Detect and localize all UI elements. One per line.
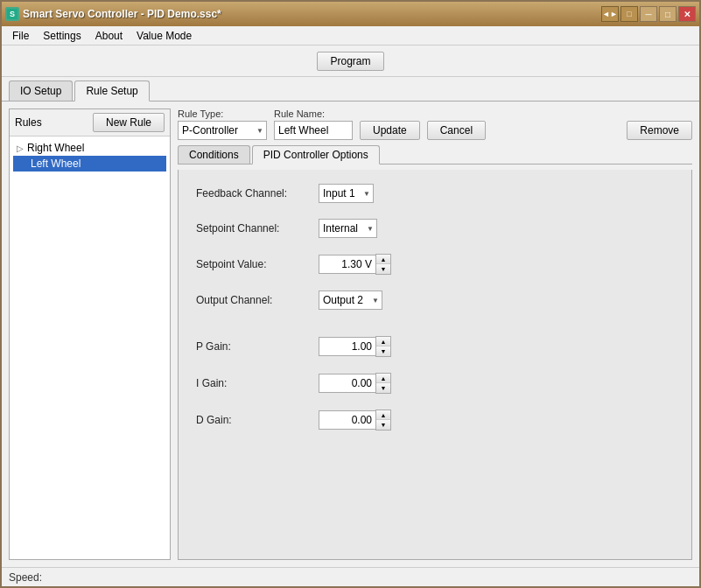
p-gain-spin-up[interactable]: ▲ xyxy=(376,337,390,346)
feedback-channel-row: Feedback Channel: Input 1 Input 2 Input … xyxy=(196,184,674,203)
rule-type-label: Rule Type: xyxy=(178,108,267,119)
setpoint-channel-select[interactable]: Internal Input 1 Input 2 xyxy=(319,219,377,238)
window-controls: ◄► □ ─ □ ✕ xyxy=(601,6,696,22)
svg-text:S: S xyxy=(10,10,15,18)
cancel-button[interactable]: Cancel xyxy=(427,121,486,140)
title-bar-left: S Smart Servo Controller - PID Demo.ssc* xyxy=(5,7,221,21)
menu-bar: File Settings About Value Mode xyxy=(2,26,699,46)
title-bar: S Smart Servo Controller - PID Demo.ssc*… xyxy=(2,2,699,26)
close-button[interactable]: ✕ xyxy=(678,6,696,22)
setpoint-channel-select-wrapper: Internal Input 1 Input 2 xyxy=(319,219,377,238)
setpoint-value-label: Setpoint Value: xyxy=(196,258,319,270)
setpoint-value-input[interactable] xyxy=(319,255,375,274)
p-gain-spin-buttons: ▲ ▼ xyxy=(375,336,391,357)
output-channel-label: Output Channel: xyxy=(196,294,319,306)
tab-pid-options[interactable]: PID Controller Options xyxy=(252,145,380,164)
content-area: Rules New Rule ▷ Right Wheel Left Wheel … xyxy=(2,102,699,567)
output-channel-select-wrapper: Output 1 Output 2 Output 3 Output 4 xyxy=(319,290,382,310)
rule-name-input[interactable] xyxy=(274,121,353,140)
status-text: Speed: xyxy=(9,571,42,584)
i-gain-label: I Gain: xyxy=(196,377,319,389)
inner-tabs: Conditions PID Controller Options xyxy=(178,145,692,164)
rules-tree: ▷ Right Wheel Left Wheel xyxy=(10,136,170,559)
p-gain-input[interactable] xyxy=(319,337,375,356)
tree-item-label-selected: Left Wheel xyxy=(31,158,81,170)
left-panel: Rules New Rule ▷ Right Wheel Left Wheel xyxy=(9,108,171,560)
maximize-button[interactable]: □ xyxy=(659,6,676,22)
main-tabs: IO Setup Rule Setup xyxy=(2,77,699,102)
right-panel: Rule Type: P-Controller I-Controller D-C… xyxy=(178,108,692,560)
rule-name-group: Rule Name: xyxy=(274,108,353,140)
i-gain-spin-buttons: ▲ ▼ xyxy=(375,373,391,394)
setpoint-spin-up[interactable]: ▲ xyxy=(376,255,390,264)
setpoint-spin-down[interactable]: ▼ xyxy=(376,264,390,274)
toolbar: Program xyxy=(2,46,699,77)
d-gain-spin-buttons: ▲ ▼ xyxy=(375,410,391,430)
feedback-channel-select-wrapper: Input 1 Input 2 Input 3 Input 4 xyxy=(319,184,374,203)
i-gain-spin-down[interactable]: ▼ xyxy=(376,383,390,393)
rules-label: Rules xyxy=(15,116,42,129)
d-gain-row: D Gain: ▲ ▼ xyxy=(196,410,674,430)
tree-item-right-wheel[interactable]: ▷ Right Wheel xyxy=(13,140,166,156)
app-icon: S xyxy=(5,7,19,21)
feedback-channel-label: Feedback Channel: xyxy=(196,187,319,200)
new-rule-button[interactable]: New Rule xyxy=(93,113,165,132)
rule-header: Rule Type: P-Controller I-Controller D-C… xyxy=(178,108,692,140)
left-panel-header: Rules New Rule xyxy=(10,109,170,136)
setpoint-value-spinner: ▲ ▼ xyxy=(319,254,391,275)
p-gain-label: P Gain: xyxy=(196,340,319,353)
i-gain-row: I Gain: ▲ ▼ xyxy=(196,373,674,394)
update-button[interactable]: Update xyxy=(360,121,420,140)
menu-value-mode[interactable]: Value Mode xyxy=(130,28,199,44)
p-gain-spin-down[interactable]: ▼ xyxy=(376,346,390,356)
status-bar: Speed: xyxy=(2,567,699,586)
setpoint-channel-row: Setpoint Channel: Internal Input 1 Input… xyxy=(196,219,674,238)
program-button[interactable]: Program xyxy=(317,52,383,71)
d-gain-input[interactable] xyxy=(319,410,375,430)
d-gain-spinner: ▲ ▼ xyxy=(319,410,391,430)
remove-button[interactable]: Remove xyxy=(627,121,692,140)
tab-rule-setup[interactable]: Rule Setup xyxy=(74,80,149,102)
tab-io-setup[interactable]: IO Setup xyxy=(9,80,73,101)
window-title: Smart Servo Controller - PID Demo.ssc* xyxy=(23,8,221,20)
d-gain-spin-up[interactable]: ▲ xyxy=(376,410,390,420)
setpoint-value-row: Setpoint Value: ▲ ▼ xyxy=(196,254,674,275)
output-channel-row: Output Channel: Output 1 Output 2 Output… xyxy=(196,290,674,310)
menu-about[interactable]: About xyxy=(88,28,130,44)
i-gain-spinner: ▲ ▼ xyxy=(319,373,391,394)
pid-panel: Feedback Channel: Input 1 Input 2 Input … xyxy=(178,170,692,560)
rule-type-group: Rule Type: P-Controller I-Controller D-C… xyxy=(178,108,267,140)
rule-name-label: Rule Name: xyxy=(274,108,353,119)
feedback-channel-select[interactable]: Input 1 Input 2 Input 3 Input 4 xyxy=(319,184,374,203)
setpoint-spin-buttons: ▲ ▼ xyxy=(375,254,391,275)
rule-type-select-wrapper: P-Controller I-Controller D-Controller P… xyxy=(178,121,267,140)
extra-btn-2[interactable]: □ xyxy=(620,6,638,22)
main-window: S Smart Servo Controller - PID Demo.ssc*… xyxy=(0,0,701,588)
tree-item-label: Right Wheel xyxy=(27,142,84,154)
tree-item-left-wheel[interactable]: Left Wheel xyxy=(13,156,166,172)
i-gain-spin-up[interactable]: ▲ xyxy=(376,374,390,383)
minimize-button[interactable]: ─ xyxy=(640,6,657,22)
p-gain-spinner: ▲ ▼ xyxy=(319,336,391,357)
setpoint-channel-label: Setpoint Channel: xyxy=(196,222,319,234)
tab-conditions[interactable]: Conditions xyxy=(178,145,250,164)
p-gain-row: P Gain: ▲ ▼ xyxy=(196,336,674,357)
rule-type-select[interactable]: P-Controller I-Controller D-Controller P… xyxy=(178,121,267,140)
i-gain-input[interactable] xyxy=(319,374,375,393)
menu-settings[interactable]: Settings xyxy=(36,28,88,44)
tree-arrow: ▷ xyxy=(17,144,24,153)
menu-file[interactable]: File xyxy=(5,28,36,44)
d-gain-label: D Gain: xyxy=(196,414,319,426)
extra-btn-1[interactable]: ◄► xyxy=(601,6,619,22)
d-gain-spin-down[interactable]: ▼ xyxy=(376,420,390,430)
output-channel-select[interactable]: Output 1 Output 2 Output 3 Output 4 xyxy=(319,290,382,310)
